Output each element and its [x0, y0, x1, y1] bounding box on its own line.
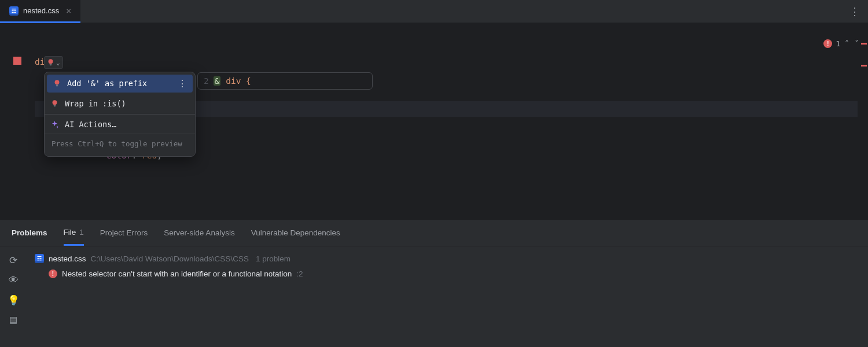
quick-fix-popup: Add '&' as prefix ⋮ Wrap in :is() AI Act… [44, 72, 196, 157]
quick-fix-wrap-is[interactable]: Wrap in :is() [45, 95, 195, 113]
problem-count: 1 problem [256, 254, 290, 263]
more-icon[interactable]: ⋮ [178, 76, 187, 91]
svg-point-0 [49, 59, 53, 64]
quick-fix-ai-actions[interactable]: AI Actions… [45, 116, 195, 134]
editor[interactable]: div { div { color: red; ⌄ ! 1 ˄ ˅ Add '&… [0, 23, 868, 219]
tab-server-side[interactable]: Server-side Analysis [164, 220, 234, 246]
quick-fix-preview: 2 & div { [197, 72, 373, 90]
refresh-icon[interactable]: ⟳ [9, 254, 17, 267]
editor-tab-bar: ☶ nested.css × ⋮ [0, 0, 868, 23]
svg-rect-4 [56, 85, 58, 86]
problems-list: ☶ nested.css C:\Users\David Watson\Downl… [27, 246, 868, 347]
breakpoint-marker[interactable] [13, 57, 21, 65]
error-stripe-mark[interactable] [861, 43, 867, 45]
tab-overflow-menu[interactable]: ⋮ [841, 0, 868, 23]
quick-fix-add-amp-prefix[interactable]: Add '&' as prefix ⋮ [47, 75, 193, 93]
quick-fix-label: Wrap in :is() [65, 96, 126, 112]
quick-fix-label: Add '&' as prefix [67, 76, 147, 91]
css-file-icon: ☶ [35, 254, 44, 263]
problem-item[interactable]: ! Nested selector can't start with an id… [35, 270, 860, 278]
tab-project-errors[interactable]: Project Errors [100, 220, 148, 246]
next-error-icon[interactable]: ˅ [854, 36, 860, 51]
error-bulb-icon [50, 99, 59, 108]
separator [45, 114, 195, 115]
error-stripe[interactable] [861, 23, 868, 219]
tab-label: nested.css [23, 6, 59, 15]
chevron-down-icon: ⌄ [56, 55, 60, 71]
intention-bulb-button[interactable]: ⌄ [44, 56, 63, 69]
problem-file-row[interactable]: ☶ nested.css C:\Users\David Watson\Downl… [35, 252, 860, 265]
eye-icon[interactable]: 👁 [9, 275, 19, 286]
svg-rect-1 [50, 64, 52, 64]
bottom-tabs: Problems File1 Project Errors Server-sid… [0, 220, 868, 246]
tab-file[interactable]: File1 [64, 220, 84, 246]
close-icon[interactable]: × [66, 6, 71, 16]
gutter [0, 23, 35, 219]
bulb-icon[interactable]: 💡 [8, 294, 20, 307]
svg-point-3 [55, 80, 60, 84]
tab-problems[interactable]: Problems [12, 220, 47, 246]
error-bulb-icon [53, 79, 61, 88]
tab-vulnerable-deps[interactable]: Vulnerable Dependencies [251, 220, 340, 246]
problems-tool-window: Problems File1 Project Errors Server-sid… [0, 219, 868, 347]
error-count: 1 [836, 36, 840, 51]
file-tab-nested-css[interactable]: ☶ nested.css × [0, 0, 80, 23]
prev-error-icon[interactable]: ˄ [844, 36, 850, 51]
file-name: nested.css [49, 254, 86, 263]
error-stripe-mark[interactable] [861, 65, 867, 67]
error-bulb-icon [46, 58, 55, 67]
svg-rect-5 [56, 86, 58, 86]
quick-fix-label: AI Actions… [65, 117, 116, 132]
file-path: C:\Users\David Watson\Downloads\CSS\CSS [91, 254, 249, 263]
css-file-icon: ☶ [9, 6, 19, 16]
svg-rect-7 [54, 105, 56, 106]
problems-toolbar: ⟳ 👁 💡 ▤ [0, 246, 27, 347]
issue-line: :2 [296, 270, 303, 278]
popup-hint: Press Ctrl+Q to toggle preview [45, 134, 195, 156]
preview-line-number: 2 [204, 73, 209, 89]
svg-rect-2 [50, 65, 52, 65]
inspection-widget[interactable]: ! 1 ˄ ˅ [823, 36, 860, 51]
layout-icon[interactable]: ▤ [9, 315, 17, 325]
preview-inserted: & [214, 76, 221, 86]
ai-sparkle-icon [50, 120, 59, 129]
error-icon: ! [823, 39, 832, 48]
svg-point-6 [53, 100, 57, 105]
svg-rect-8 [54, 106, 56, 106]
error-icon: ! [49, 270, 57, 278]
issue-text: Nested selector can't start with an iden… [62, 270, 292, 278]
